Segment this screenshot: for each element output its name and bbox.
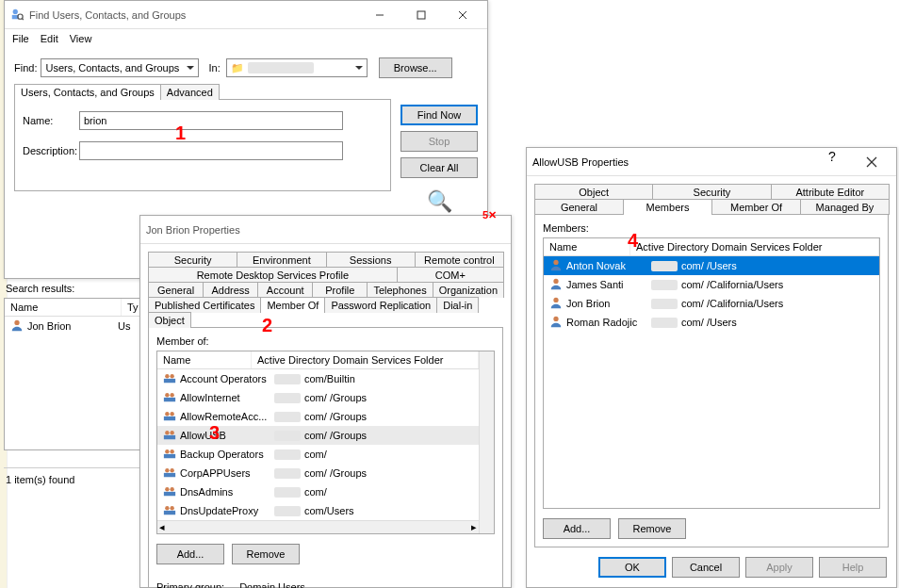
allow-close-button[interactable] [851,149,892,175]
tab-environment[interactable]: Environment [237,252,326,268]
blurred-domain [274,393,301,403]
svg-point-27 [165,487,169,491]
gtab-attreditor[interactable]: Attribute Editor [771,184,890,200]
tab-account[interactable]: Account [257,282,313,298]
gtab-members[interactable]: Members [623,199,712,215]
tab-sessions[interactable]: Sessions [326,252,416,268]
maximize-button[interactable] [400,2,442,28]
menu-view[interactable]: View [70,33,92,44]
gtab-security[interactable]: Security [652,184,771,200]
members-col-folder[interactable]: Active Directory Domain Services Folder [630,238,879,255]
members-row[interactable]: Jon Brioncom/ /California/Users [544,294,879,313]
user-icon [10,318,24,334]
memberof-col-name[interactable]: Name [157,351,252,368]
blurred-domain [651,318,678,328]
in-combo[interactable]: 📁 [226,58,368,77]
in-label: In: [208,62,220,74]
results-col-type[interactable]: Ty [122,299,140,316]
svg-point-31 [170,506,173,510]
props-tabstrip: Security Environment Sessions Remote con… [148,252,503,267]
tab-pwdrepl[interactable]: Password Replication [324,297,437,313]
primary-group-label: Primary group: [156,581,224,588]
tab-pubcerts[interactable]: Published Certificates [148,297,261,313]
blurred-domain [274,449,301,460]
memberof-row[interactable]: Account Operatorscom/Builtin [157,369,479,388]
members-row-name: Roman Radojic [566,317,647,328]
svg-rect-17 [164,416,175,420]
tab-ucg[interactable]: Users, Contacts, and Groups [14,84,161,100]
result-row[interactable]: Jon Brion Us [5,317,140,335]
tab-dialin[interactable]: Dial-in [436,297,479,313]
members-row[interactable]: Roman Radojiccom/ /Users [544,313,879,332]
svg-point-24 [165,468,169,472]
members-col-name[interactable]: Name [544,238,630,255]
members-row[interactable]: James Santicom/ /California/Users [544,275,879,294]
memberof-row[interactable]: AllowInternetcom/ /Groups [157,388,479,407]
vertical-scrollbar[interactable] [479,351,494,533]
members-row[interactable]: Anton Novakcom/ /Users [544,256,879,275]
find-combo-value: Users, Contacts, and Groups [45,62,179,74]
help-nav-button[interactable]: Help [819,557,887,578]
members-row-name: James Santi [566,279,647,290]
memberof-row[interactable]: DnsAdminscom/ [157,482,479,501]
menu-edit[interactable]: Edit [41,33,58,44]
user-icon [549,315,563,330]
memberof-row-folder: com/ /Groups [304,467,367,479]
svg-point-25 [170,468,173,472]
svg-point-36 [553,279,558,284]
cancel-button[interactable]: Cancel [672,557,740,578]
memberof-add-button[interactable]: Add... [156,544,224,564]
minimize-button[interactable] [359,2,400,28]
close-button[interactable] [442,2,483,28]
memberof-row[interactable]: AllowUSBcom/ /Groups [157,426,479,445]
result-type: Us [118,320,135,332]
members-add-button[interactable]: Add... [543,518,611,539]
memberof-row[interactable]: CorpAPPUserscom/ /Groups [157,464,479,482]
tab-organization[interactable]: Organization [433,282,504,298]
find-now-button[interactable]: Find Now [400,105,478,125]
svg-point-12 [165,393,169,397]
tab-address[interactable]: Address [203,282,258,298]
horizontal-scrollbar[interactable]: ◂▸ [157,520,479,533]
description-input[interactable] [79,141,343,160]
blurred-domain [274,412,301,422]
memberof-row[interactable]: AllowRemoteAcc...com/ /Groups [157,407,479,426]
tab-general[interactable]: General [148,282,204,298]
tab-security[interactable]: Security [148,252,237,268]
memberof-remove-button[interactable]: Remove [232,544,300,564]
menu-file[interactable]: File [12,33,29,44]
help-button[interactable]: ? [813,149,851,175]
memberof-row-name: DnsUpdateProxy [180,505,270,516]
tab-object[interactable]: Object [148,312,191,328]
tab-profile[interactable]: Profile [312,282,368,298]
name-input[interactable] [79,111,343,130]
ok-button[interactable]: OK [598,557,666,578]
tab-advanced[interactable]: Advanced [160,84,220,100]
svg-rect-32 [164,511,175,514]
memberof-row-name: Account Operators [180,373,270,384]
tab-telephones[interactable]: Telephones [367,282,433,298]
gtab-general[interactable]: General [534,199,624,215]
clear-all-button[interactable]: Clear All [400,157,478,178]
gtab-memberof[interactable]: Member Of [711,199,801,215]
results-col-name[interactable]: Name [5,299,122,316]
name-label: Name: [23,115,79,126]
browse-button[interactable]: Browse... [379,57,452,78]
tab-complus[interactable]: COM+ [397,267,504,283]
search-results-label: Search results: [4,279,141,298]
svg-point-19 [170,431,173,434]
tab-memberof[interactable]: Member Of [260,297,325,313]
memberof-col-folder[interactable]: Active Directory Domain Services Folder [252,351,479,368]
memberof-row[interactable]: DnsUpdateProxycom/Users [157,501,479,520]
memberof-row[interactable]: Backup Operatorscom/ [157,445,479,464]
stop-button: Stop [400,131,478,152]
gtab-object[interactable]: Object [534,184,653,200]
props-title: Jon Brion Properties [146,224,507,236]
members-remove-button[interactable]: Remove [618,518,686,539]
svg-point-37 [553,298,558,302]
gtab-managedby[interactable]: Managed By [800,199,890,215]
find-combo[interactable]: Users, Contacts, and Groups [41,58,199,77]
memberof-label: Member of: [156,335,495,347]
tab-remote-control[interactable]: Remote control [415,252,504,268]
tab-rdsp[interactable]: Remote Desktop Services Profile [148,267,398,283]
